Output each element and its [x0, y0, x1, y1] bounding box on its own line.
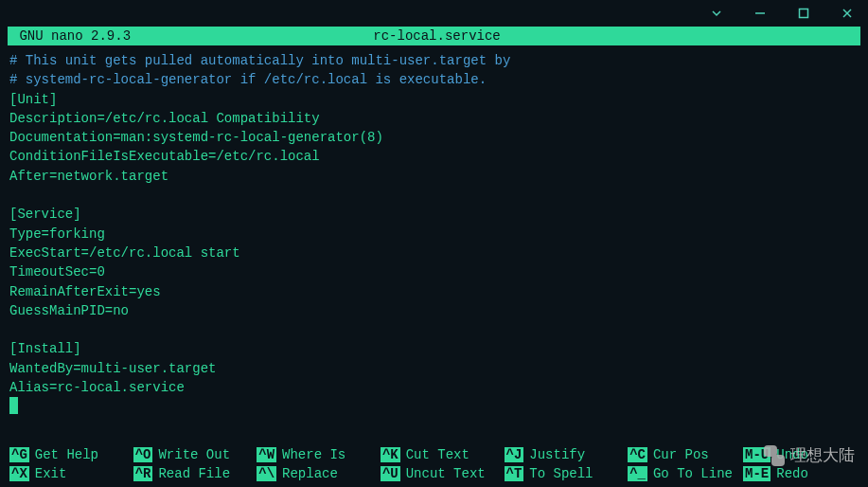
shortcut-label: Read File	[158, 466, 230, 481]
shortcut-label: Cut Text	[406, 447, 469, 462]
shortcut-label: Uncut Text	[406, 466, 486, 481]
shortcut-item[interactable]: ^TTo Spell	[505, 466, 629, 481]
cursor	[9, 397, 18, 414]
shortcut-key: ^\	[257, 466, 276, 481]
shortcut-label: Where Is	[282, 447, 345, 462]
code-line: Type=forking	[9, 225, 859, 244]
shortcut-item[interactable]: ^\Replace	[257, 466, 381, 481]
code-line: ConditionFileIsExecutable=/etc/rc.local	[9, 147, 859, 166]
minimize-button[interactable]	[747, 4, 773, 23]
code-line: [Install]	[9, 339, 859, 358]
code-line: After=network.target	[9, 167, 859, 186]
watermark-text: 理想大陆	[790, 444, 855, 466]
shortcut-bar: ^GGet Help^OWrite Out^WWhere Is^KCut Tex…	[9, 445, 859, 483]
code-line	[9, 186, 859, 205]
code-line: [Unit]	[9, 90, 859, 109]
shortcut-row-2: ^XExit^RRead File^\Replace^UUncut Text^T…	[9, 464, 859, 483]
code-line: Description=/etc/rc.local Compatibility	[9, 109, 859, 128]
shortcut-key: ^U	[381, 466, 400, 481]
shortcut-key: ^J	[505, 447, 524, 462]
code-line	[9, 320, 859, 339]
shortcut-item[interactable]: ^_Go To Line	[628, 466, 743, 481]
svg-rect-1	[800, 9, 808, 18]
shortcut-item[interactable]: ^XExit	[9, 466, 133, 481]
code-line: WantedBy=multi-user.target	[9, 359, 859, 378]
shortcut-item[interactable]: ^WWhere Is	[257, 447, 381, 462]
shortcut-label: To Spell	[529, 466, 593, 481]
shortcut-key: ^_	[628, 466, 647, 481]
wechat-icon	[764, 445, 785, 466]
shortcut-key: ^W	[257, 447, 276, 462]
shortcut-label: Write Out	[158, 447, 230, 462]
cursor-line	[9, 397, 859, 416]
shortcut-item[interactable]: ^UUncut Text	[381, 466, 505, 481]
shortcut-key: ^G	[9, 447, 29, 462]
shortcut-label: Go To Line	[653, 466, 733, 481]
shortcut-item[interactable]: ^GGet Help	[9, 447, 133, 462]
shortcut-key: M-E	[743, 466, 771, 481]
shortcut-item[interactable]: ^CCur Pos	[628, 447, 743, 462]
dropdown-icon[interactable]	[703, 4, 730, 23]
code-line: Alias=rc-local.service	[9, 378, 859, 397]
window-titlebar	[0, 0, 868, 27]
code-line: # This unit gets pulled automatically in…	[9, 51, 859, 70]
shortcut-item[interactable]: M-ERedo	[743, 466, 859, 481]
app-title: GNU nano 2.9.3	[11, 28, 131, 44]
shortcut-item[interactable]: ^OWrite Out	[133, 447, 257, 462]
watermark: 理想大陆	[764, 444, 855, 466]
shortcut-label: Justify	[529, 447, 585, 462]
code-line: RemainAfterExit=yes	[9, 282, 859, 301]
shortcut-key: ^K	[381, 447, 400, 462]
shortcut-key: ^T	[505, 466, 524, 481]
shortcut-label: Exit	[35, 466, 67, 481]
shortcut-row-1: ^GGet Help^OWrite Out^WWhere Is^KCut Tex…	[9, 445, 859, 464]
shortcut-key: ^R	[133, 466, 153, 481]
code-line: ExecStart=/etc/rc.local start	[9, 244, 859, 262]
editor-body[interactable]: # This unit gets pulled automatically in…	[0, 45, 868, 423]
shortcut-key: ^C	[628, 447, 647, 462]
shortcut-label: Redo	[776, 466, 808, 481]
editor-header: GNU nano 2.9.3 rc-local.service	[8, 27, 860, 45]
code-line: TimeoutSec=0	[9, 262, 859, 281]
shortcut-label: Cur Pos	[653, 447, 709, 462]
code-line: [Service]	[9, 205, 859, 224]
code-line: Documentation=man:systemd-rc-local-gener…	[9, 128, 859, 147]
shortcut-key: ^O	[133, 447, 153, 462]
shortcut-item[interactable]: ^JJustify	[505, 447, 629, 462]
close-button[interactable]	[834, 4, 860, 23]
shortcut-label: Get Help	[35, 447, 98, 462]
shortcut-item[interactable]: ^RRead File	[133, 466, 257, 481]
filename: rc-local.service	[131, 28, 857, 44]
code-line: # systemd-rc-local-generator if /etc/rc.…	[9, 70, 859, 89]
shortcut-key: ^X	[9, 466, 29, 481]
code-line: GuessMainPID=no	[9, 301, 859, 320]
maximize-button[interactable]	[790, 4, 817, 23]
shortcut-item[interactable]: ^KCut Text	[381, 447, 505, 462]
shortcut-label: Replace	[282, 466, 338, 481]
